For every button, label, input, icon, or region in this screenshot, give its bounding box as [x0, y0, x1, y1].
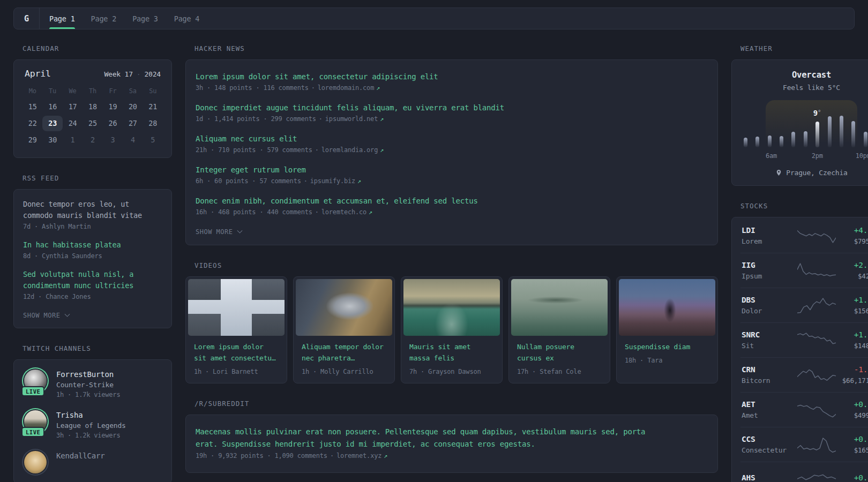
- video-card[interactable]: Mauris sit amet massa felis 7h · Grayson…: [401, 276, 503, 383]
- twitch-channel-row[interactable]: LIVE Trisha League of Legends 3h · 1.2k …: [23, 410, 162, 439]
- video-thumbnail[interactable]: [188, 279, 285, 336]
- external-link-icon: ↗: [376, 84, 380, 92]
- rss-widget: RSS FEED Donec tempor eros leo, ut commo…: [13, 174, 172, 328]
- video-title-link[interactable]: Aliquam tempor dolor nec pharetra…: [302, 341, 386, 364]
- logo-button[interactable]: G: [14, 8, 39, 29]
- tab-page-3[interactable]: Page 3: [132, 8, 158, 29]
- video-meta: 18h · Tara: [625, 357, 709, 364]
- weather-current-temp: 9°: [813, 109, 821, 117]
- hn-item-domain-link[interactable]: ipsumworld.net: [325, 115, 378, 123]
- video-card[interactable]: Suspendisse diam 18h · Tara: [616, 276, 718, 383]
- rss-item-meta: 7d · Ashlyn Martin: [23, 223, 162, 230]
- calendar-day: 17: [63, 99, 83, 115]
- video-title-link[interactable]: Nullam posuere cursus ex: [517, 341, 602, 364]
- channel-category[interactable]: Counter-Strike: [56, 381, 120, 389]
- calendar-day: 22: [23, 116, 42, 131]
- rss-item-meta: 8d · Cynthia Saunders: [23, 252, 162, 260]
- stock-price: $795.18: [854, 237, 868, 245]
- rss-item-link[interactable]: Donec tempor eros leo, ut commodo mauris…: [23, 199, 162, 221]
- weekday-label: We: [63, 87, 83, 95]
- video-card[interactable]: Lorem ipsum dolor sit amet consectetur a…: [185, 276, 287, 383]
- weather-time-label: 2pm: [812, 152, 823, 160]
- channel-name[interactable]: KendallCarr: [56, 451, 105, 460]
- channel-category[interactable]: League of Legends: [56, 421, 126, 430]
- weekday-label: Su: [143, 87, 163, 95]
- video-title-link[interactable]: Suspendisse diam: [625, 341, 709, 352]
- stock-row[interactable]: IIG Ipsum +2.84% $42.04: [740, 253, 868, 288]
- stock-row[interactable]: CRN Bitcorn -1.00% $66,171.48: [740, 357, 868, 392]
- stock-values: +0.92% $499.72: [854, 400, 868, 419]
- tab-page-1[interactable]: Page 1: [49, 8, 75, 29]
- tab-page-2[interactable]: Page 2: [91, 8, 117, 29]
- video-card[interactable]: Aliquam tempor dolor nec pharetra… 1h · …: [293, 276, 395, 383]
- hn-item-domain-link[interactable]: loremtech.co: [321, 208, 366, 216]
- hn-show-more-button[interactable]: SHOW MORE: [196, 228, 242, 236]
- hn-item-link[interactable]: Integer eget rutrum lorem: [196, 164, 708, 176]
- avatar-wrapper: LIVE: [24, 410, 47, 433]
- weather-bars: [744, 100, 868, 147]
- tab-page-4[interactable]: Page 4: [174, 8, 200, 29]
- hackernews-widget-title: HACKER NEWS: [185, 44, 718, 52]
- channel-name[interactable]: Trisha: [56, 411, 126, 419]
- stock-row[interactable]: CCS Consectetur +0.51% $165.84: [740, 427, 868, 462]
- stock-id: CRN Bitcorn: [742, 365, 797, 385]
- stock-values: +4.35% $795.18: [854, 226, 868, 245]
- calendar-day: 26: [103, 116, 123, 131]
- separator-dot: ·: [304, 177, 308, 185]
- twitch-channel-row[interactable]: LIVE ForrestBurton Counter-Strike 1h · 1…: [23, 370, 162, 398]
- hn-item-link[interactable]: Lorem ipsum dolor sit amet, consectetur …: [196, 71, 708, 82]
- stock-symbol: DBS: [742, 296, 797, 304]
- weather-time-label: 10pm: [856, 152, 868, 160]
- stock-name: Ipsum: [742, 272, 797, 280]
- video-body: Aliquam tempor dolor nec pharetra… 1h · …: [296, 336, 392, 381]
- subreddit-post-domain-link[interactable]: loremnet.xyz: [336, 452, 381, 460]
- video-thumbnail[interactable]: [403, 279, 500, 336]
- external-link-icon: ↗: [380, 146, 384, 154]
- stock-name: Dolor: [742, 307, 797, 315]
- channel-info: ForrestBurton Counter-Strike 1h · 1.7k v…: [56, 370, 120, 398]
- twitch-channel-row[interactable]: KendallCarr: [23, 451, 162, 473]
- rss-item-link[interactable]: In hac habitasse platea: [23, 239, 162, 251]
- stock-id: DBS Dolor: [742, 296, 797, 315]
- channel-name[interactable]: ForrestBurton: [56, 370, 120, 379]
- stock-sparkline: [797, 296, 836, 314]
- rss-item: In hac habitasse platea 8d · Cynthia Sau…: [23, 239, 162, 260]
- calendar-widget: CALENDAR April Week 17 · 2024 Mo Tu We: [13, 44, 172, 158]
- twitch-card: LIVE ForrestBurton Counter-Strike 1h · 1…: [13, 359, 172, 482]
- rss-item-link[interactable]: Sed volutpat nulla nisl, a condimentum n…: [23, 269, 162, 291]
- calendar-day: 28: [143, 116, 163, 131]
- stock-price: $42.04: [854, 272, 868, 280]
- hn-item-meta: 21h · 710 points · 579 comments·loremlan…: [196, 146, 708, 154]
- rss-show-more-button[interactable]: SHOW MORE: [23, 312, 69, 319]
- avatar: [24, 451, 47, 473]
- stock-row[interactable]: AET Amet +0.92% $499.72: [740, 392, 868, 427]
- stock-change: +0.51%: [854, 435, 868, 443]
- hn-item-link[interactable]: Donec enim nibh, condimentum et accumsan…: [196, 195, 708, 207]
- calendar-weekday-row: Mo Tu We Th Fr Sa Su: [23, 87, 163, 95]
- hn-item-domain-link[interactable]: loremlandia.org: [321, 146, 378, 154]
- subreddit-post-link[interactable]: Maecenas mollis pulvinar erat non posuer…: [196, 426, 662, 450]
- weather-bar: [804, 131, 807, 147]
- stock-row[interactable]: AHS +0.46%: [740, 462, 868, 482]
- calendar-day-today: 23: [42, 116, 62, 131]
- video-thumbnail[interactable]: [296, 279, 392, 336]
- video-thumbnail[interactable]: [619, 279, 715, 336]
- video-card[interactable]: Nullam posuere cursus ex 17h · Stefan Co…: [508, 276, 610, 383]
- video-title-link[interactable]: Lorem ipsum dolor sit amet consectetur a…: [194, 341, 279, 364]
- hackernews-widget: HACKER NEWS Lorem ipsum dolor sit amet, …: [185, 44, 718, 245]
- hn-item-meta: 3h · 148 points · 116 comments·loremdoma…: [196, 84, 708, 92]
- hn-item-link[interactable]: Donec imperdiet augue tincidunt felis al…: [196, 102, 708, 114]
- stock-row[interactable]: LDI Lorem +4.35% $795.18: [740, 219, 868, 253]
- stock-row[interactable]: SNRC Sit +1.36% $148.64: [740, 322, 868, 357]
- weather-bar: [780, 136, 783, 147]
- video-title-link[interactable]: Mauris sit amet massa felis: [409, 341, 494, 364]
- temp-value: 9: [813, 109, 818, 117]
- stock-sparkline: [797, 435, 836, 454]
- hn-item-domain-link[interactable]: loremdomain.com: [318, 84, 374, 92]
- stock-row[interactable]: DBS Dolor +1.42% $156.28: [740, 288, 868, 322]
- hn-item-link[interactable]: Aliquam nec cursus elit: [196, 133, 708, 145]
- video-thumbnail[interactable]: [511, 279, 608, 336]
- hn-item-domain-link[interactable]: ipsumify.biz: [310, 177, 355, 185]
- live-badge: LIVE: [21, 427, 44, 437]
- subreddit-card: Maecenas mollis pulvinar erat non posuer…: [185, 415, 718, 473]
